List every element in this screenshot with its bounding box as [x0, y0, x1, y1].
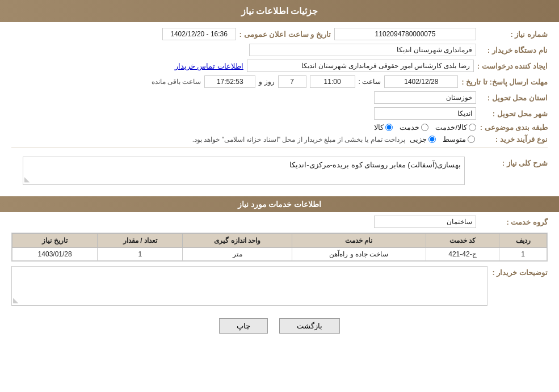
buyer-org-input: فرمانداری شهرستان اندیکا: [249, 44, 476, 56]
service-group-row: گروه خدمت : ساختمان: [11, 216, 548, 228]
description-text: بهسازی(آسفالت) معابر روستای کوه بریده-مر…: [289, 161, 461, 169]
buyer-notes-row: توضیحات خریدار :: [11, 266, 548, 306]
table-cell-date: 1403/01/28: [12, 248, 98, 261]
col-row: ردیف: [499, 234, 547, 248]
col-name: نام خدمت: [292, 234, 426, 248]
services-table: ردیف کد خدمت نام خدمت واحد اندازه گیری ت…: [12, 233, 547, 261]
services-section-header: اطلاعات خدمات مورد نیاز: [0, 196, 559, 212]
description-label: شرح کلی نیاز :: [480, 157, 548, 167]
table-cell-qty: 1: [98, 248, 183, 261]
process-option-motavaset[interactable]: متوسط: [443, 135, 475, 144]
city-label: شهر محل تحویل :: [480, 109, 548, 118]
reply-time-input: 11:00: [310, 75, 355, 88]
province-input: خوزستان: [374, 91, 476, 104]
page-header: جزئیات اطلاعات نیاز: [0, 0, 559, 22]
remaining-label: ساعت باقی مانده: [152, 78, 201, 86]
services-table-container: ردیف کد خدمت نام خدمت واحد اندازه گیری ت…: [11, 233, 548, 262]
process-radio-motavaset[interactable]: [468, 136, 475, 143]
creator-label: ایجاد کننده درخواست :: [477, 62, 548, 70]
category-radio-kala[interactable]: [385, 124, 393, 131]
category-radio-khedmat[interactable]: [421, 124, 428, 131]
buyer-notes-label: توضیحات خریدار :: [492, 266, 548, 277]
table-cell-name: ساخت جاده و راه‌آهن: [292, 248, 426, 261]
table-cell-unit: متر: [183, 248, 292, 261]
contact-link[interactable]: اطلاعات تماس خریدار: [175, 62, 243, 70]
buyer-org-label: نام دستگاه خریدار :: [480, 46, 548, 54]
reply-countdown-input: 17:52:53: [204, 75, 255, 88]
city-input: اندیکا: [374, 107, 476, 120]
description-box: بهسازی(آسفالت) معابر روستای کوه بریده-مر…: [23, 157, 465, 185]
reply-deadline-label: مهلت ارسال پاسخ: تا تاریخ :: [461, 78, 548, 86]
category-option-kala-khedmat[interactable]: کالا/خدمت: [435, 123, 476, 132]
announce-value: 1402/12/20 - 16:36: [162, 28, 236, 40]
col-qty: تعداد / مقدار: [98, 234, 183, 248]
province-label: استان محل تحویل :: [480, 94, 548, 102]
table-cell-row: 1: [499, 248, 547, 261]
category-label: طبقه بندی موضوعی :: [480, 123, 548, 132]
button-row: بازگشت چاپ: [0, 311, 559, 340]
table-cell-code: ج-42-421: [426, 248, 499, 261]
process-label: نوع فرآیند خرید :: [480, 135, 548, 144]
process-note: پرداخت تمام یا بخشی از مبلغ خریدار از مح…: [192, 136, 405, 144]
print-button[interactable]: چاپ: [219, 318, 268, 334]
col-unit: واحد اندازه گیری: [183, 234, 292, 248]
buyer-notes-box: [11, 266, 487, 306]
col-date: تاریخ نیاز: [12, 234, 98, 248]
process-radio-jozi[interactable]: [428, 136, 436, 143]
process-radio-group: متوسط جزیی: [410, 135, 475, 144]
category-option-khedmat[interactable]: خدمت: [400, 123, 428, 132]
col-code: کد خدمت: [426, 234, 499, 248]
service-group-input: ساختمان: [374, 216, 476, 228]
category-radio-group: کالا/خدمت خدمت کالا: [374, 123, 476, 132]
reply-days-input: 7: [278, 75, 306, 88]
table-row: 1ج-42-421ساخت جاده و راه‌آهنمتر11403/01/…: [12, 248, 547, 261]
service-group-label: گروه خدمت :: [480, 218, 548, 226]
page-title: جزئیات اطلاعات نیاز: [241, 6, 318, 16]
reply-day-label: روز و: [259, 78, 274, 86]
back-button[interactable]: بازگشت: [279, 318, 340, 334]
need-number-input: 1102094780000075: [334, 28, 476, 40]
category-radio-kala-khedmat[interactable]: [469, 124, 476, 131]
reply-time-label: ساعت :: [359, 78, 381, 86]
category-option-kala[interactable]: کالا: [374, 123, 393, 132]
creator-input: رضا بلدی کارشناس امور حقوقی فرمانداری شه…: [247, 60, 474, 72]
process-option-jozi[interactable]: جزیی: [410, 135, 436, 144]
announce-label: تاریخ و ساعت اعلان عمومی :: [239, 30, 331, 39]
reply-date-input: 1402/12/28: [384, 75, 458, 88]
need-number-label: شماره نیاز :: [480, 30, 548, 39]
